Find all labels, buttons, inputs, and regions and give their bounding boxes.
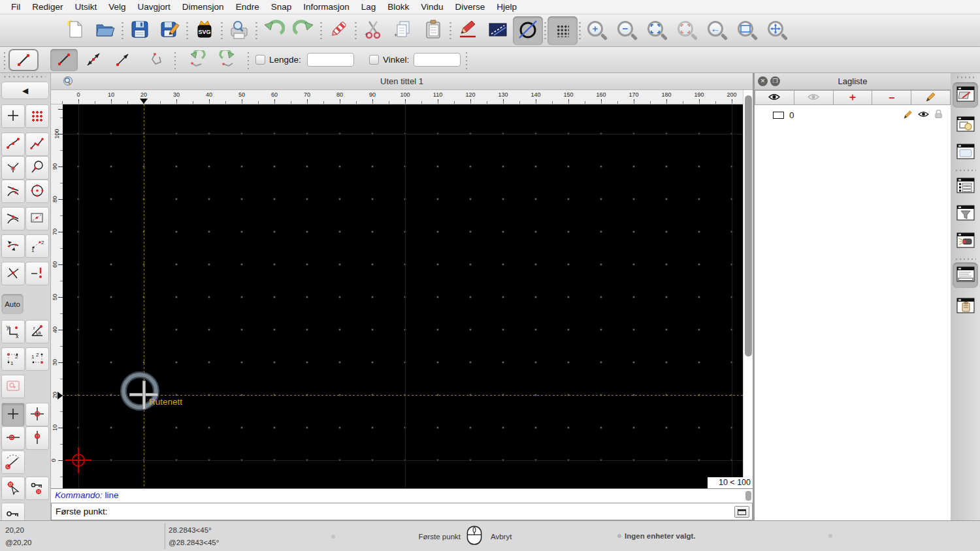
dock-projection-button[interactable]	[953, 228, 978, 254]
snap-free-button[interactable]	[1, 104, 25, 128]
zoom-auto-button[interactable]	[642, 16, 672, 45]
snap-distance-button[interactable]: 12	[25, 234, 49, 258]
menu-dimensjon[interactable]: Dimensjon	[176, 2, 230, 12]
zoom-previous-button[interactable]: ←	[702, 16, 732, 45]
snap-intersection-button[interactable]	[1, 207, 25, 230]
show-all-layers-button[interactable]	[755, 90, 794, 105]
line-segments-button[interactable]	[50, 49, 78, 71]
angle-checkbox[interactable]	[369, 55, 379, 65]
snap-on-entity-button[interactable]	[25, 133, 49, 156]
undo-segment-button[interactable]	[184, 49, 211, 71]
menu-informasjon[interactable]: Informasjon	[297, 2, 355, 12]
menu-vindu[interactable]: Vindu	[415, 2, 449, 12]
copy-button[interactable]: +	[388, 16, 418, 45]
redo-button[interactable]	[289, 16, 319, 45]
scrollbar-thumb[interactable]	[745, 95, 752, 356]
menu-lag[interactable]: Lag	[355, 2, 382, 12]
save-button[interactable]	[125, 16, 155, 45]
dock-block-list-button[interactable]	[953, 112, 978, 138]
restrict-nothing-button[interactable]	[1, 403, 25, 426]
toolbar-handle[interactable]	[3, 75, 46, 78]
zoom-out-button[interactable]: −	[612, 16, 642, 45]
coord-polar-button[interactable]: ra	[25, 320, 49, 343]
menu-snap[interactable]: Snap	[265, 2, 298, 12]
back-button[interactable]: ◀	[1, 82, 49, 99]
snap-auto-button[interactable]	[1, 234, 25, 258]
snap-warning-button[interactable]	[25, 262, 49, 285]
save-as-button[interactable]	[155, 16, 185, 45]
coord-cartesian-button[interactable]: yx	[1, 320, 25, 343]
edit-layer-button[interactable]	[911, 90, 951, 105]
layer-lock-icon[interactable]	[934, 109, 943, 121]
zoom-in-button[interactable]: +	[582, 16, 612, 45]
snap-endpoint-button[interactable]	[1, 133, 25, 156]
menu-endre[interactable]: Endre	[230, 2, 265, 12]
remove-layer-button[interactable]: −	[872, 90, 911, 105]
snap-tangent-button[interactable]	[1, 180, 25, 203]
print-preview-button[interactable]	[224, 16, 254, 45]
panel-float-button[interactable]: ❐	[770, 76, 780, 86]
length-checkbox[interactable]	[255, 55, 265, 65]
cut-button[interactable]: +	[358, 16, 388, 45]
snap-center-button[interactable]	[25, 180, 49, 203]
ordinate-12-button[interactable]: 12	[1, 347, 25, 371]
delete-button[interactable]	[323, 16, 353, 45]
draft-mode-toggle[interactable]	[513, 16, 543, 45]
dock-entity-list-button[interactable]	[953, 174, 978, 199]
menu-hjelp[interactable]: Hjelp	[491, 2, 523, 12]
angle-input[interactable]	[414, 53, 461, 67]
length-input[interactable]	[307, 53, 354, 67]
menu-blokk[interactable]: Blokk	[382, 2, 415, 12]
snap-on-circle-button[interactable]	[25, 156, 49, 180]
redo-segment-button[interactable]	[214, 49, 241, 71]
toolbar-handle[interactable]	[956, 76, 975, 79]
menu-utsikt[interactable]: Utsikt	[69, 2, 103, 12]
command-keyboard-button[interactable]	[734, 506, 749, 518]
pick-entity-button[interactable]	[1, 375, 25, 398]
open-file-button[interactable]	[90, 16, 120, 45]
restrict-horizontal-button[interactable]	[1, 426, 25, 450]
export-svg-button[interactable]: SVG	[189, 16, 220, 45]
vertical-scrollbar[interactable]	[743, 90, 753, 488]
dock-command-line-button[interactable]	[953, 262, 978, 288]
zoom-pan-button[interactable]	[762, 16, 792, 45]
dock-filter-button[interactable]	[953, 201, 978, 227]
snap-grid-button[interactable]	[25, 104, 49, 128]
layer-row[interactable]: 0	[755, 108, 951, 121]
layer-visibility-icon[interactable]	[918, 110, 929, 120]
auto-snap-button[interactable]: Auto	[1, 294, 24, 314]
ordinate-21-button[interactable]: 12	[25, 347, 49, 371]
dock-clipboard-button[interactable]	[953, 294, 978, 319]
polyline-button[interactable]	[144, 49, 171, 71]
menu-velg[interactable]: Velg	[103, 2, 131, 12]
menu-diverse[interactable]: Diverse	[449, 2, 491, 12]
zoom-window-button[interactable]	[732, 16, 762, 45]
new-document-button[interactable]	[60, 16, 90, 45]
add-layer-button[interactable]: ＋	[834, 90, 873, 105]
hide-all-layers-button[interactable]	[794, 90, 834, 105]
paste-button[interactable]	[418, 16, 448, 45]
line-bidirectional-button[interactable]	[80, 49, 107, 71]
dock-library-button[interactable]	[953, 140, 978, 165]
layer-color-swatch[interactable]	[773, 112, 784, 119]
drawing-canvas[interactable]: Rutenett	[63, 104, 743, 488]
undo-button[interactable]	[259, 16, 289, 45]
dock-layer-list-button[interactable]	[953, 82, 978, 108]
pen-button[interactable]	[453, 16, 483, 45]
select-reference-button[interactable]	[1, 477, 25, 500]
zoom-redraw-button[interactable]	[672, 16, 702, 45]
snap-cross-button[interactable]	[1, 262, 25, 285]
history-scrollbar-thumb[interactable]	[745, 491, 751, 501]
command-input[interactable]: Første punkt:	[51, 503, 753, 520]
snap-middle-button[interactable]	[1, 156, 25, 180]
menu-uavgjort[interactable]: Uavgjort	[132, 2, 176, 12]
restrict-orthogonal-button[interactable]	[25, 403, 49, 426]
menu-fil[interactable]: Fil	[5, 2, 26, 12]
lock-relative-zero-button[interactable]	[25, 477, 49, 500]
line-ray-button[interactable]	[109, 49, 137, 71]
snap-intersection-manual-button[interactable]	[25, 207, 49, 230]
layer-edit-icon[interactable]	[904, 110, 913, 121]
grid-toggle[interactable]	[547, 16, 578, 45]
panel-close-button[interactable]: ✕	[758, 76, 768, 86]
line-attributes-button[interactable]	[483, 16, 513, 45]
